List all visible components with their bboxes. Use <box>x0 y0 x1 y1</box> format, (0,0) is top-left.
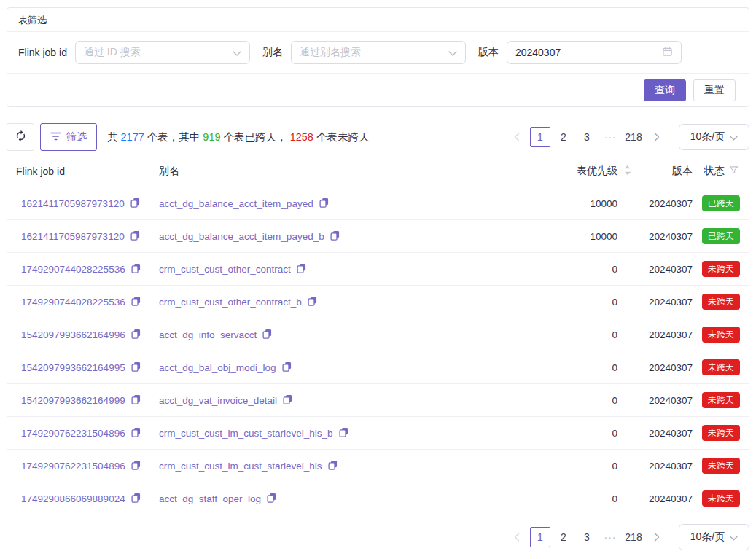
copy-alias-button[interactable] <box>328 460 338 472</box>
copy-icon <box>131 460 141 472</box>
status-cell: 未跨天 <box>693 294 749 310</box>
alias-link[interactable]: crm_cust_cust_other_contract <box>159 264 291 275</box>
copy-job-id-button[interactable] <box>131 493 141 505</box>
reset-button[interactable]: 重置 <box>693 79 736 101</box>
prev-page-icon[interactable] <box>507 527 527 547</box>
alias-link[interactable]: acct_dg_staff_oper_log <box>159 493 261 504</box>
copy-job-id-button[interactable] <box>131 427 141 439</box>
chevron-down-icon <box>448 47 457 58</box>
alias-cell: acct_dg_info_servacct <box>159 329 552 341</box>
version-cell: 20240307 <box>617 198 693 209</box>
query-button[interactable]: 查询 <box>644 79 686 101</box>
copy-job-id-button[interactable] <box>131 329 141 341</box>
next-page-icon[interactable] <box>647 527 667 547</box>
copy-alias-button[interactable] <box>330 230 340 243</box>
page-size-select[interactable]: 10条/页 <box>679 524 749 550</box>
page-number-2[interactable]: 2 <box>553 527 574 547</box>
table-summary: 共 2177 个表，其中 919 个表已跨天， 1258 个表未跨天 <box>107 130 369 144</box>
alias-link[interactable]: crm_cust_cust_other_contract_b <box>159 297 302 308</box>
copy-job-id-button[interactable] <box>130 198 140 210</box>
alias-link[interactable]: acct_dg_info_servacct <box>159 329 257 340</box>
page-number-1[interactable]: 1 <box>530 127 550 147</box>
version-cell: 20240307 <box>617 231 693 242</box>
job-id-cell: 1749290744028225536 <box>16 296 159 308</box>
alias-cell: crm_cust_cust_other_contract <box>159 263 552 275</box>
alias-link[interactable]: acct_dg_balance_acct_item_payed <box>159 198 313 209</box>
page-number-3[interactable]: 3 <box>577 527 597 547</box>
job-id-link[interactable]: 1749290744028225536 <box>21 264 125 275</box>
copy-job-id-button[interactable] <box>131 296 141 308</box>
version-date-input[interactable] <box>515 47 662 58</box>
job-id-link[interactable]: 1621411705987973120 <box>21 198 125 209</box>
footer-pagination-bar: 123···218 10条/页 <box>7 524 749 550</box>
copy-job-id-button[interactable] <box>131 361 141 374</box>
alias-link[interactable]: acct_dg_bal_obj_modi_log <box>159 362 276 373</box>
alias-link[interactable]: acct_dg_vat_invoice_detail <box>159 395 277 406</box>
summary-segment: 共 <box>107 131 121 143</box>
alias-link[interactable]: crm_cust_cust_im_cust_starlevel_his <box>159 461 322 472</box>
status-badge: 未跨天 <box>702 327 740 343</box>
alias-cell: crm_cust_cust_im_cust_starlevel_his <box>159 460 552 472</box>
priority-cell: 0 <box>552 428 617 439</box>
flink-job-id-select[interactable]: 通过 ID 搜索 <box>75 41 250 64</box>
job-id-link[interactable]: 1749290762231504896 <box>21 461 125 472</box>
copy-job-id-button[interactable] <box>131 394 141 407</box>
status-badge: 已跨天 <box>702 228 740 244</box>
version-cell: 20240307 <box>617 493 693 504</box>
alias-link[interactable]: crm_cust_cust_im_cust_starlevel_his_b <box>159 428 333 439</box>
next-page-icon[interactable] <box>647 127 667 147</box>
flink-job-id-placeholder: 通过 ID 搜索 <box>84 46 233 59</box>
copy-job-id-button[interactable] <box>131 263 141 275</box>
status-badge: 已跨天 <box>702 195 740 211</box>
page-size-value: 10条/页 <box>690 531 725 544</box>
alias-label: 别名 <box>262 46 283 59</box>
job-id-link[interactable]: 1749290866069889024 <box>21 493 125 504</box>
sort-icon[interactable] <box>623 165 631 178</box>
page-number-218[interactable]: 218 <box>623 127 644 147</box>
job-id-link[interactable]: 1749290744028225536 <box>21 297 125 308</box>
filter-toggle-label: 筛选 <box>66 130 87 144</box>
copy-icon <box>131 329 141 341</box>
filter-card-title: 表筛选 <box>7 8 749 32</box>
prev-page-icon[interactable] <box>507 127 527 147</box>
priority-cell: 0 <box>552 461 617 472</box>
version-date-picker[interactable] <box>507 41 682 64</box>
page-number-2[interactable]: 2 <box>553 127 574 147</box>
copy-alias-button[interactable] <box>319 198 329 210</box>
summary-segment: 个表已跨天， <box>221 131 290 143</box>
data-table: Flink job id 别名 表优先级 版本 状态 1621411705987… <box>7 155 749 515</box>
filter-toggle-button[interactable]: 筛选 <box>40 123 97 151</box>
status-cell: 已跨天 <box>693 228 749 244</box>
status-cell: 未跨天 <box>693 458 749 474</box>
chevron-down-icon <box>730 131 738 143</box>
job-id-cell: 1621411705987973120 <box>16 198 159 210</box>
job-id-link[interactable]: 1542097993662164995 <box>21 362 125 373</box>
column-header-priority[interactable]: 表优先级 <box>552 165 617 178</box>
copy-job-id-button[interactable] <box>131 460 141 472</box>
alias-select[interactable]: 通过别名搜索 <box>291 41 466 64</box>
table-row: 1749290866069889024 acct_dg_staff_oper_l… <box>7 482 749 515</box>
job-id-link[interactable]: 1621411705987973120 <box>21 231 125 242</box>
copy-alias-button[interactable] <box>308 296 317 308</box>
status-cell: 未跨天 <box>693 490 749 507</box>
table-row: 1542097993662164996 acct_dg_info_servacc… <box>7 318 749 351</box>
page-number-1[interactable]: 1 <box>530 527 550 547</box>
copy-alias-button[interactable] <box>283 394 292 407</box>
page-number-218[interactable]: 218 <box>623 527 644 547</box>
copy-icon <box>328 460 338 472</box>
copy-alias-button[interactable] <box>282 361 292 374</box>
copy-alias-button[interactable] <box>267 493 276 505</box>
alias-link[interactable]: acct_dg_balance_acct_item_payed_b <box>159 231 324 242</box>
page-number-3[interactable]: 3 <box>577 127 597 147</box>
refresh-button[interactable] <box>7 123 34 151</box>
copy-alias-button[interactable] <box>262 329 272 341</box>
copy-job-id-button[interactable] <box>130 230 140 243</box>
copy-alias-button[interactable] <box>297 263 306 275</box>
copy-alias-button[interactable] <box>339 427 348 439</box>
page-size-select[interactable]: 10条/页 <box>679 124 749 150</box>
job-id-link[interactable]: 1749290762231504896 <box>21 428 125 439</box>
filter-funnel-icon[interactable] <box>729 165 739 177</box>
job-id-link[interactable]: 1542097993662164996 <box>21 329 125 340</box>
job-id-cell: 1749290866069889024 <box>16 493 159 505</box>
job-id-link[interactable]: 1542097993662164999 <box>21 395 125 406</box>
